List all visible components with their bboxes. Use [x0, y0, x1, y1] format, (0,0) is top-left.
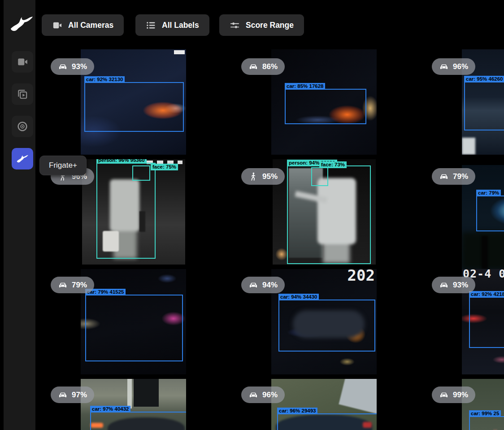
- score-value: 97%: [72, 391, 87, 400]
- score-value: 96%: [262, 391, 278, 400]
- score-badge: 93%: [432, 277, 475, 293]
- face-box-label: face: 73%: [319, 161, 347, 168]
- detection-thumbnail[interactable]: car: 96% 29493: [271, 379, 377, 430]
- bounding-box: person: 94% 82630: [287, 165, 371, 264]
- detection-thumbnail[interactable]: car: 92% 32130: [81, 49, 186, 155]
- score-badge: 97%: [51, 387, 94, 403]
- score-value: 94%: [262, 281, 278, 290]
- score-badge: 79%: [51, 277, 94, 293]
- score-badge: 96%: [432, 58, 475, 75]
- score-badge: 95%: [241, 168, 285, 185]
- car-icon: [248, 62, 258, 72]
- sidebar-item-review[interactable]: [12, 83, 33, 105]
- score-value: 95%: [262, 172, 278, 181]
- sidebar-item-frigate-plus[interactable]: [12, 148, 33, 169]
- labels-list-icon: [146, 20, 156, 30]
- score-value: 86%: [262, 62, 278, 71]
- detection-thumbnail[interactable]: car: 97% 40432: [81, 379, 186, 430]
- burned-timestamp-fragment: [174, 50, 185, 54]
- sidebar-item-live[interactable]: [12, 51, 33, 73]
- porch-trim: [127, 379, 132, 408]
- score-badge: 79%: [432, 168, 475, 185]
- score-badge: 94%: [241, 277, 285, 293]
- car-icon: [439, 390, 449, 400]
- bounding-box: car: 79%: [476, 195, 504, 231]
- bounding-box-label: car: 95% 46260: [464, 76, 504, 83]
- car-icon: [58, 280, 68, 290]
- score-value: 93%: [72, 62, 87, 71]
- detection-thumbnail[interactable]: person: 94% 82630 face: 73%: [273, 159, 376, 265]
- pole-silhouette: [482, 236, 488, 269]
- all-labels-filter-button[interactable]: All Labels: [135, 14, 209, 36]
- bounding-box: car: 99% 25: [469, 416, 504, 430]
- score-value: 96%: [453, 62, 468, 71]
- video-library-icon: [17, 88, 28, 100]
- car-icon: [248, 280, 258, 290]
- score-range-filter-button[interactable]: Score Range: [219, 14, 304, 36]
- car-icon: [439, 280, 449, 290]
- bounding-box: car: 96% 29493: [277, 413, 377, 430]
- car-icon: [58, 390, 68, 400]
- face-box-label: face: 75%: [151, 164, 178, 170]
- score-range-label: Score Range: [246, 21, 294, 30]
- car-icon: [58, 62, 68, 72]
- bounding-box-label: car: 92% 32130: [84, 76, 125, 83]
- detection-thumbnail[interactable]: car: 79% 41525: [81, 269, 186, 374]
- score-badge: 99%: [432, 387, 475, 403]
- detection-thumbnail[interactable]: 202 car: 94% 34430: [271, 269, 377, 374]
- score-badge: 86%: [241, 58, 285, 75]
- car-icon: [248, 390, 258, 400]
- frigate-bird-icon: [16, 153, 29, 164]
- bounding-box-label: car: 94% 34430: [278, 294, 319, 300]
- bounding-box: car: 79% 41525: [85, 295, 183, 361]
- person-icon: [248, 172, 258, 182]
- bounding-box-label: car: 96% 29493: [277, 408, 317, 414]
- sliders-icon: [230, 20, 240, 30]
- light-patch: [462, 138, 475, 155]
- house-corner-shape: [339, 379, 377, 415]
- bounding-box: car: 94% 34430: [278, 300, 375, 352]
- sidebar: [4, 0, 35, 430]
- bounding-box: car: 92% 4218: [469, 297, 504, 348]
- all-cameras-label: All Cameras: [68, 21, 113, 30]
- lamp-glow: [275, 248, 288, 261]
- frigate-logo-icon: [9, 12, 34, 36]
- face-bounding-box: face: 73%: [311, 167, 328, 186]
- video-camera-icon: [17, 56, 28, 68]
- frigate-plus-tooltip: Frigate+: [39, 156, 87, 175]
- bounding-box-label: car: 79%: [476, 190, 501, 196]
- score-badge: 96%: [241, 387, 285, 403]
- disc-icon: [17, 121, 28, 132]
- detection-thumbnail[interactable]: person: 96% 95360 face: 75%: [82, 159, 185, 265]
- all-labels-label: All Labels: [162, 21, 199, 30]
- detection-thumbnail[interactable]: car: 85% 17628: [271, 49, 377, 155]
- bounding-box-label: car: 85% 17628: [285, 83, 325, 90]
- score-value: 93%: [453, 281, 468, 290]
- door-shape: [134, 379, 159, 407]
- bounding-box: car: 95% 46260: [464, 82, 504, 130]
- bounding-box-label: person: 96% 95360: [96, 159, 147, 164]
- car-icon: [439, 172, 449, 182]
- score-value: 79%: [453, 172, 468, 181]
- bounding-box-label: car: 92% 4218: [469, 291, 504, 298]
- score-badge: 93%: [51, 58, 94, 75]
- bounding-box-label: car: 99% 25: [469, 410, 501, 417]
- bounding-box: car: 92% 32130: [84, 82, 184, 132]
- frigate-app: Frigate+ All Cameras All Labels Score Ra…: [0, 0, 504, 430]
- bounding-box: car: 85% 17628: [285, 89, 366, 124]
- score-value: 99%: [453, 391, 468, 400]
- burned-timestamp: 202: [348, 269, 375, 284]
- video-camera-icon: [52, 20, 62, 30]
- sidebar-item-export[interactable]: [12, 116, 33, 137]
- all-cameras-filter-button[interactable]: All Cameras: [42, 14, 124, 36]
- car-icon: [439, 62, 449, 72]
- bounding-box-label: car: 97% 40432: [90, 406, 130, 413]
- score-value: 79%: [72, 281, 87, 290]
- bounding-box: car: 97% 40432: [90, 412, 186, 430]
- face-bounding-box: face: 75%: [132, 165, 150, 181]
